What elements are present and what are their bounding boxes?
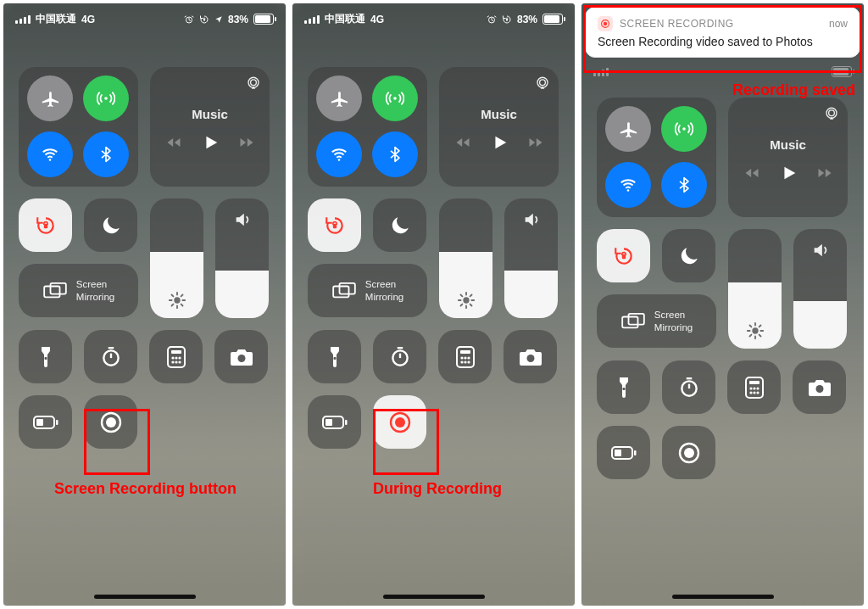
svg-point-30 (537, 77, 548, 87)
volume-slider[interactable] (504, 198, 558, 318)
carrier-label: 中国联通 (36, 12, 76, 26)
svg-point-42 (467, 356, 470, 359)
airplay-icon[interactable] (246, 75, 261, 91)
screen-recording-tile[interactable] (84, 395, 137, 449)
prev-track-icon[interactable] (454, 134, 471, 151)
flashlight-tile[interactable] (19, 330, 72, 383)
connectivity-tile[interactable] (19, 67, 138, 187)
annotation-caption-3: Recording saved (732, 81, 855, 99)
flashlight-tile[interactable] (597, 360, 650, 414)
home-indicator[interactable] (672, 595, 774, 599)
svg-point-57 (829, 110, 835, 116)
svg-point-25 (106, 417, 116, 427)
svg-point-15 (175, 356, 177, 359)
screen-mirroring-tile[interactable]: ScreenMirroring (308, 264, 427, 317)
timer-tile[interactable] (84, 330, 137, 383)
annotation-caption-2: During Recording (373, 480, 502, 498)
airplane-mode-button[interactable] (316, 75, 362, 121)
svg-point-20 (237, 355, 245, 362)
calculator-tile[interactable] (149, 330, 203, 383)
next-track-icon[interactable] (527, 134, 544, 151)
airplane-mode-button[interactable] (27, 75, 73, 121)
play-icon[interactable] (490, 133, 509, 152)
connectivity-tile[interactable] (597, 98, 716, 217)
network-label: 4G (370, 14, 384, 25)
notification-message: Screen Recording video saved to Photos (598, 35, 848, 48)
do-not-disturb-tile[interactable] (662, 229, 715, 282)
svg-rect-8 (50, 282, 65, 293)
airplane-mode-button[interactable] (605, 106, 651, 152)
screen-mirroring-label: ScreenMirroring (76, 278, 114, 303)
play-icon[interactable] (201, 133, 220, 152)
airplay-icon[interactable] (824, 106, 839, 121)
volume-icon (504, 210, 558, 229)
do-not-disturb-tile[interactable] (373, 198, 426, 252)
flashlight-tile[interactable] (308, 330, 361, 383)
signal-icon (304, 15, 320, 24)
svg-point-3 (49, 159, 52, 161)
notification-banner[interactable]: SCREEN RECORDING now Screen Recording vi… (585, 7, 860, 58)
music-tile[interactable]: Music (150, 67, 270, 187)
music-tile[interactable]: Music (439, 67, 559, 187)
svg-rect-39 (460, 350, 470, 354)
low-power-mode-tile[interactable] (308, 395, 361, 449)
screen-mirroring-tile[interactable]: ScreenMirroring (597, 294, 716, 348)
wifi-button[interactable] (605, 162, 651, 208)
next-track-icon[interactable] (238, 134, 255, 151)
next-track-icon[interactable] (816, 165, 833, 182)
prev-track-icon[interactable] (743, 165, 760, 182)
screen-recording-tile-active[interactable] (373, 395, 426, 449)
wifi-button[interactable] (27, 131, 73, 177)
home-indicator[interactable] (383, 595, 485, 599)
notification-app-icon (598, 16, 613, 31)
camera-tile[interactable] (214, 330, 268, 383)
do-not-disturb-tile[interactable] (84, 198, 137, 252)
calculator-tile[interactable] (438, 330, 492, 383)
svg-rect-13 (171, 350, 181, 354)
orientation-lock-tile[interactable] (597, 229, 650, 282)
home-indicator[interactable] (94, 595, 196, 599)
timer-tile[interactable] (662, 360, 715, 414)
svg-point-2 (104, 97, 108, 100)
camera-tile[interactable] (504, 330, 557, 383)
cellular-data-button[interactable] (661, 106, 707, 152)
brightness-slider[interactable] (439, 198, 492, 318)
svg-point-54 (682, 127, 686, 131)
svg-point-14 (171, 356, 174, 359)
svg-rect-33 (333, 286, 348, 297)
brightness-slider[interactable] (150, 198, 203, 318)
volume-slider[interactable] (793, 229, 847, 349)
calculator-tile[interactable] (727, 360, 781, 414)
bluetooth-button[interactable] (661, 162, 707, 208)
play-icon[interactable] (779, 164, 798, 182)
camera-tile[interactable] (793, 360, 846, 414)
screen-mirroring-tile[interactable]: ScreenMirroring (19, 264, 138, 317)
bluetooth-button[interactable] (372, 131, 418, 177)
svg-point-28 (393, 97, 397, 100)
cellular-data-button[interactable] (83, 75, 129, 121)
low-power-mode-tile[interactable] (597, 426, 650, 479)
cellular-data-button[interactable] (372, 75, 418, 121)
svg-point-31 (540, 80, 546, 86)
brightness-icon (439, 291, 492, 310)
location-icon (214, 15, 223, 24)
wifi-button[interactable] (316, 131, 362, 177)
music-tile[interactable]: Music (728, 98, 848, 217)
phone-screen-3: SCREEN RECORDING now Screen Recording vi… (581, 3, 864, 606)
svg-rect-7 (44, 286, 59, 297)
svg-point-45 (467, 360, 470, 363)
orientation-lock-tile[interactable] (19, 198, 72, 252)
timer-tile[interactable] (373, 330, 426, 383)
connectivity-tile[interactable] (308, 67, 427, 187)
orientation-lock-tile[interactable] (308, 198, 361, 252)
volume-slider[interactable] (215, 198, 269, 318)
orientation-lock-icon (199, 14, 209, 25)
airplay-icon[interactable] (535, 75, 550, 91)
brightness-slider[interactable] (728, 229, 782, 349)
screen-recording-tile[interactable] (662, 426, 715, 479)
svg-point-67 (753, 387, 755, 389)
bluetooth-button[interactable] (83, 131, 129, 177)
volume-icon (793, 241, 847, 260)
prev-track-icon[interactable] (165, 134, 182, 151)
low-power-mode-tile[interactable] (19, 395, 72, 449)
